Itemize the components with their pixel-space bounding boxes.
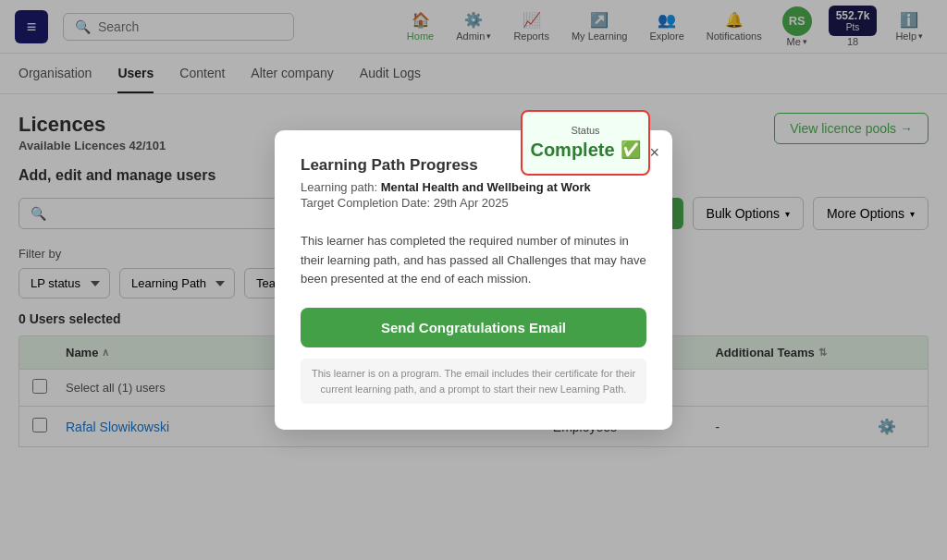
modal-status-box: Status Complete ✅ (521, 110, 650, 176)
modal-overlay: × Status Complete ✅ Learning Path Progre… (0, 0, 947, 466)
modal-target-date: Target Completion Date: 29th Apr 2025 (301, 196, 646, 210)
complete-checkmark-icon: ✅ (621, 140, 641, 160)
modal-status-value: Complete ✅ (530, 140, 640, 161)
modal-body-text: This learner has completed the required … (301, 225, 646, 289)
modal-close-button[interactable]: × (649, 143, 659, 163)
modal-footer-text: This learner is on a program. The email … (301, 359, 646, 404)
modal-status-label: Status (571, 125, 599, 136)
modal-path-label: Learning path: Mental Health and Wellbei… (301, 180, 646, 194)
send-congratulations-email-button[interactable]: Send Congratulations Email (301, 308, 646, 347)
learning-path-modal: × Status Complete ✅ Learning Path Progre… (275, 130, 672, 430)
